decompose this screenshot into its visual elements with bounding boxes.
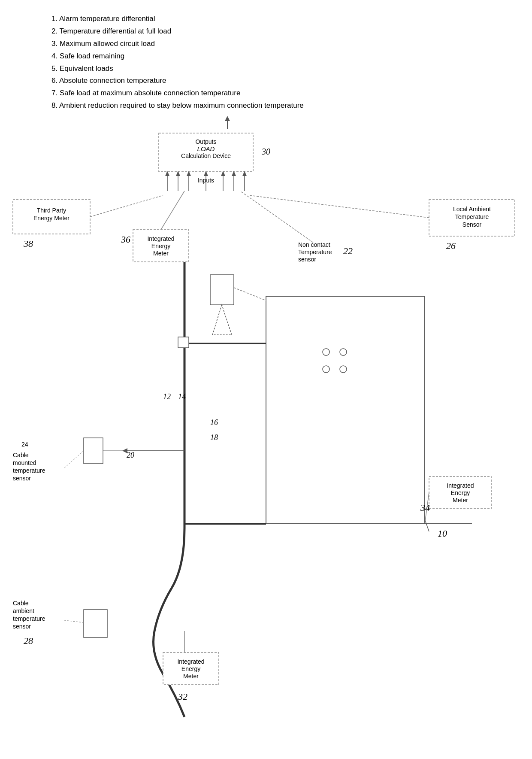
list-item: 7. Safe load at maximum absolute connect… [51, 87, 304, 100]
svg-marker-1 [225, 116, 230, 121]
svg-text:Temperature: Temperature [298, 249, 332, 255]
svg-text:Third Party: Third Party [37, 207, 66, 214]
svg-text:38: 38 [23, 238, 33, 249]
svg-text:Integrated: Integrated [447, 482, 474, 489]
svg-text:mounted: mounted [13, 459, 36, 466]
list-item: 1. Alarm temperature differential [51, 13, 304, 25]
svg-rect-44 [266, 296, 425, 524]
list-item: 5. Equivalent loads [51, 63, 304, 75]
svg-text:Energy: Energy [151, 243, 170, 249]
list-item: 8. Ambient reduction required to stay be… [51, 100, 304, 112]
svg-text:Non contact: Non contact [298, 241, 330, 248]
svg-line-32 [249, 195, 429, 218]
svg-line-26 [90, 195, 163, 217]
svg-text:Sensor: Sensor [462, 221, 482, 228]
svg-text:Meter: Meter [453, 497, 468, 504]
svg-text:Cable: Cable [13, 600, 29, 607]
svg-text:22: 22 [343, 246, 353, 256]
svg-line-43 [240, 191, 313, 243]
list-item: 4. Safe load remaining [51, 50, 304, 63]
svg-rect-54 [178, 337, 189, 348]
svg-text:sensor: sensor [298, 256, 316, 263]
svg-text:sensor: sensor [13, 475, 31, 482]
svg-text:ambient: ambient [13, 607, 34, 614]
svg-text:18: 18 [210, 433, 218, 442]
svg-text:16: 16 [210, 418, 218, 427]
svg-text:Temperature: Temperature [455, 213, 489, 220]
svg-text:LOAD: LOAD [197, 145, 215, 152]
list-item: 2. Temperature differential at full load [51, 25, 304, 38]
svg-line-38 [161, 191, 184, 230]
svg-text:temperature: temperature [13, 467, 45, 474]
svg-text:20: 20 [127, 451, 134, 459]
svg-text:34: 34 [420, 502, 430, 513]
diagram-svg: Outputs LOAD Calculation Device 30 Input… [0, 116, 532, 756]
svg-text:12: 12 [163, 392, 171, 401]
svg-text:Energy: Energy [451, 489, 470, 496]
svg-text:Cable: Cable [13, 452, 29, 458]
svg-line-72 [64, 451, 84, 468]
svg-line-78 [64, 620, 84, 622]
svg-text:28: 28 [24, 635, 33, 646]
svg-text:30: 30 [261, 147, 270, 156]
svg-text:36: 36 [121, 234, 130, 245]
list-item: 3. Maximum allowed circuit load [51, 38, 304, 50]
svg-text:Local Ambient: Local Ambient [453, 206, 491, 213]
svg-rect-66 [84, 610, 107, 638]
svg-text:temperature: temperature [13, 615, 45, 622]
svg-text:26: 26 [446, 240, 456, 251]
svg-marker-50 [212, 305, 232, 335]
svg-line-51 [234, 288, 266, 301]
svg-text:Energy: Energy [181, 665, 200, 672]
svg-text:Outputs: Outputs [195, 138, 216, 145]
svg-rect-64 [84, 438, 103, 464]
svg-text:Integrated: Integrated [147, 235, 174, 242]
svg-text:32: 32 [178, 691, 187, 702]
list-item: 6. Absolute connection temperature [51, 75, 304, 87]
svg-text:Meter: Meter [183, 673, 199, 680]
svg-text:24: 24 [21, 441, 28, 448]
svg-text:14: 14 [178, 392, 186, 401]
svg-text:Calculation Device: Calculation Device [181, 152, 231, 159]
svg-text:10: 10 [438, 528, 447, 539]
svg-text:Meter: Meter [153, 250, 169, 257]
svg-text:Integrated: Integrated [177, 658, 204, 665]
svg-text:sensor: sensor [13, 623, 31, 630]
svg-text:Energy Meter: Energy Meter [33, 215, 70, 222]
numbered-list: 1. Alarm temperature differential 2. Tem… [51, 13, 304, 112]
svg-rect-49 [210, 275, 234, 305]
